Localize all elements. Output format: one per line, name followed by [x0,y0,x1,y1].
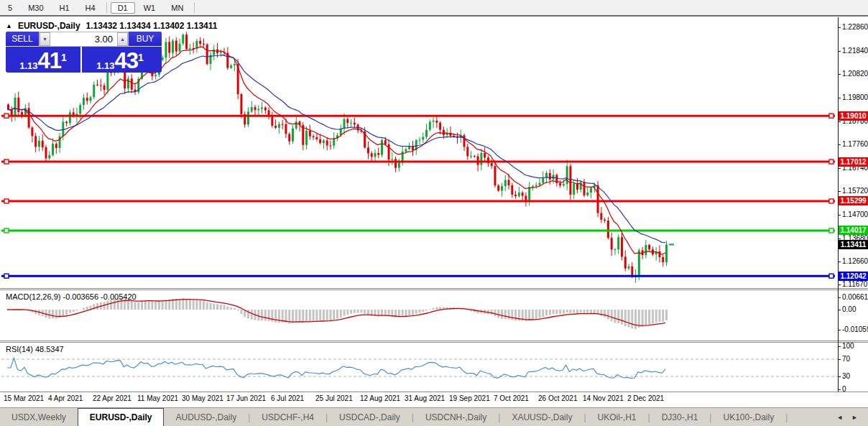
price-axis-tick [838,284,841,285]
date-axis-label: 12 Aug 2021 [360,394,400,402]
price-axis-label: 1.11670 [842,280,867,288]
price-axis-tick [838,74,841,75]
volume-increase-button[interactable]: ▲ [117,32,128,46]
chart-tabs-bar: USDX,WeeklyEURUSD-,DailyAUDUSD-,Daily|US… [0,407,868,426]
price-axis-tick [838,191,841,192]
date-axis-label: 22 Apr 2021 [93,394,131,402]
timeframe-button-h4[interactable]: H4 [78,2,103,14]
chart-tab-uk100[interactable]: UK100-,Daily [711,408,785,426]
buy-price-display[interactable]: 1.13 43 1 [82,47,158,73]
chart-tab-dj30[interactable]: DJ30-,H1 [650,408,710,426]
triangle-down-icon: ▼ [42,37,47,42]
price-level-badge: 1.17012 [839,157,868,167]
collapse-triangle-icon[interactable]: ▲ [6,22,12,29]
price-axis-tick [838,144,841,145]
timeframe-button-d1[interactable]: D1 [111,2,135,14]
volume-decrease-button[interactable]: ▼ [40,32,50,46]
chart-title: ▲ EURUSD-,Daily 1.13432 1.13434 1.13402 … [6,21,217,31]
macd-axis-label: -0.010595 [842,325,868,333]
price-axis-tick [838,51,841,52]
rsi-axis-label: 0 [842,385,846,393]
price-axis-tick [838,215,841,216]
macd-axis-label: 0.00 [842,305,856,313]
chart-tab-audusd[interactable]: AUDUSD-,Daily [164,408,248,426]
rsi-axis-tick [838,389,841,390]
rsi-axis-label: 100 [842,342,854,350]
mt4-trading-platform: 5M30H1H4D1W1MN ▲ EURUSD-,Daily 1.13432 1… [0,0,868,426]
date-axis-label: 25 Jul 2021 [315,394,353,402]
buy-price-small: 1.13 [96,60,114,71]
date-axis-label: 19 Sep 2021 [449,394,490,402]
price-level-badge: 1.19010 [839,111,868,121]
rsi-axis-label: 70 [842,355,850,363]
rsi-indicator-canvas[interactable] [1,343,838,392]
date-axis-label: 31 Aug 2021 [405,394,445,402]
price-axis-label: 1.20820 [842,70,868,78]
sell-price-small: 1.13 [19,60,37,71]
timeframe-button-5[interactable]: 5 [1,2,19,14]
date-axis-label: 6 Jul 2021 [271,394,304,402]
trade-panel-top-row: SELL ▼ 3.00 ▲ BUY [6,32,162,47]
sell-price-pipette: 1 [61,47,67,68]
tab-separator: | [785,408,788,426]
chart-tab-eurusd[interactable]: EURUSD-,Daily [78,408,165,426]
price-axis-tick [838,168,841,169]
price-axis-tick [838,121,841,122]
chart-ohlc-values: 1.13432 1.13434 1.13402 1.13411 [86,21,218,31]
price-axis-label: 1.19800 [842,93,868,101]
timeframe-button-m30[interactable]: M30 [21,2,50,14]
one-click-trading-panel: SELL ▼ 3.00 ▲ BUY 1.13 41 1 1.13 [6,32,162,73]
chart-tab-usdcnh[interactable]: USDCNH-,Daily [414,408,498,426]
chart-tab-ukoil[interactable]: UKOil-,H1 [586,408,648,426]
chart-tab-usdchf[interactable]: USDCHF-,H4 [250,408,326,426]
tabs-scroll-right-icon[interactable]: ► [851,414,858,421]
rsi-axis-tick [838,376,841,377]
timeframe-button-mn[interactable]: MN [164,2,190,14]
tabs-scroll-left-icon[interactable]: ◄ [836,414,843,421]
date-axis-label: 11 May 2021 [137,394,178,402]
date-axis-label: 30 May 2021 [182,394,223,402]
date-axis-label: 2 Dec 2021 [627,394,664,402]
macd-label: MACD(12,26,9) -0.003656 -0.005420 [6,292,137,301]
price-axis-tick [838,27,841,28]
chart-tab-xauusd[interactable]: XAUUSD-,Daily [500,408,583,426]
macd-axis-tick [838,330,841,330]
price-level-badge: 1.12042 [839,272,868,281]
price-axis-label: 1.15720 [842,187,868,195]
price-level-badge: 1.15299 [839,196,868,205]
date-axis-label: 17 Jun 2021 [226,394,266,402]
timeframe-button-w1[interactable]: W1 [137,2,163,14]
triangle-up-icon: ▲ [120,37,125,42]
toolbar-separator [106,2,107,13]
macd-axis-tick [838,310,841,310]
price-axis-tick [838,261,841,262]
timeframe-button-h1[interactable]: H1 [52,2,77,14]
sell-price-big: 41 [38,51,61,71]
price-axis-tick [838,98,841,98]
sell-price-display[interactable]: 1.13 41 1 [6,47,82,73]
volume-input[interactable]: 3.00 [50,32,117,46]
toolbar-separator [194,2,195,13]
date-axis-label: 14 Nov 2021 [583,394,624,402]
chart-tab-usdcad[interactable]: USDCAD-,Daily [328,408,412,426]
buy-price-pipette: 1 [138,47,144,68]
price-axis-label: 1.14700 [842,210,868,218]
buy-button[interactable]: BUY [129,32,162,47]
rsi-axis-tick [838,359,841,360]
date-axis-border [0,392,868,392]
date-axis-label: 26 Oct 2021 [538,394,577,402]
price-axis-label: 1.12660 [842,257,868,265]
price-level-badge: 1.13411 [839,240,868,249]
macd-axis-tick [838,297,841,298]
price-level-badge: 1.14017 [839,226,868,235]
chart-tab-usdx[interactable]: USDX,Weekly [0,408,78,426]
buy-price-big: 43 [115,51,138,71]
tab-scroll-arrows: ◄► [836,408,868,426]
rsi-axis-tick [838,346,841,347]
sell-button[interactable]: SELL [6,32,39,47]
price-axis-label: 1.17760 [842,140,868,148]
date-axis-label: 15 Mar 2021 [4,394,44,402]
price-axis-label: 1.22860 [842,23,868,31]
rsi-label: RSI(14) 48.5347 [6,345,64,353]
date-axis-label: 7 Oct 2021 [494,394,529,402]
